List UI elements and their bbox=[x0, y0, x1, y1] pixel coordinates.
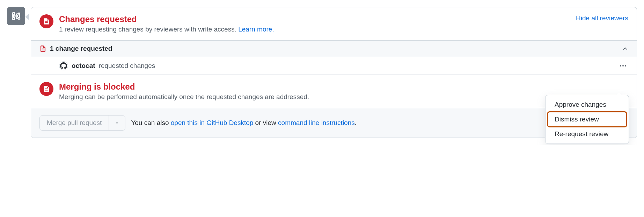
merge-dropdown-button[interactable] bbox=[109, 115, 125, 130]
reviewer-name[interactable]: octocat bbox=[72, 62, 95, 70]
reviewer-row: octocat requested changes bbox=[31, 57, 637, 75]
kebab-icon bbox=[620, 65, 621, 66]
changes-requested-desc: 1 review requesting changes by reviewers… bbox=[59, 26, 570, 33]
svg-point-0 bbox=[13, 13, 15, 15]
reviewer-actions-dropdown: Approve changes Dismiss review Re-reques… bbox=[545, 95, 629, 144]
octocat-avatar-icon bbox=[60, 62, 67, 69]
file-diff-icon bbox=[39, 45, 46, 52]
rerequest-review-item[interactable]: Re-request review bbox=[548, 127, 627, 141]
cli-instructions-link[interactable]: command line instructions bbox=[278, 119, 355, 126]
file-diff-icon bbox=[43, 85, 50, 92]
blocked-desc: Merging can be performed automatically o… bbox=[59, 93, 628, 101]
learn-more-link[interactable]: Learn more. bbox=[238, 26, 274, 33]
file-diff-icon bbox=[43, 18, 50, 25]
footer-text: You can also open this in GitHub Desktop… bbox=[131, 119, 357, 127]
changes-requested-title: Changes requested bbox=[59, 14, 570, 24]
hide-reviewers-link[interactable]: Hide all reviewers bbox=[576, 14, 628, 22]
reviewer-status: requested changes bbox=[99, 62, 155, 70]
git-merge-icon bbox=[11, 11, 21, 21]
changes-requested-section: Changes requested 1 review requesting ch… bbox=[31, 7, 637, 41]
changes-requested-badge bbox=[39, 14, 53, 28]
merge-button[interactable]: Merge pull request bbox=[40, 115, 109, 130]
blocked-badge bbox=[39, 82, 53, 96]
merge-status-container: Changes requested 1 review requesting ch… bbox=[7, 7, 637, 138]
triangle-down-icon bbox=[115, 120, 119, 125]
merge-button-group: Merge pull request bbox=[39, 115, 125, 131]
chevron-up-icon bbox=[622, 46, 628, 52]
merge-panel: Changes requested 1 review requesting ch… bbox=[31, 7, 637, 138]
change-requested-toggle[interactable]: 1 change requested bbox=[31, 41, 637, 57]
dismiss-review-item[interactable]: Dismiss review bbox=[548, 112, 627, 127]
timeline-badge bbox=[7, 7, 25, 25]
reviewer-actions-menu[interactable] bbox=[618, 63, 628, 69]
approve-changes-item[interactable]: Approve changes bbox=[548, 97, 627, 112]
header-content: Changes requested 1 review requesting ch… bbox=[59, 14, 570, 33]
change-requested-count: 1 change requested bbox=[50, 45, 619, 52]
avatar[interactable] bbox=[59, 61, 68, 70]
blocked-title: Merging is blocked bbox=[59, 82, 628, 92]
svg-point-2 bbox=[17, 15, 20, 18]
open-desktop-link[interactable]: open this in GitHub Desktop bbox=[171, 119, 254, 126]
blocked-content: Merging is blocked Merging can be perfor… bbox=[59, 82, 628, 101]
svg-point-1 bbox=[13, 18, 15, 20]
